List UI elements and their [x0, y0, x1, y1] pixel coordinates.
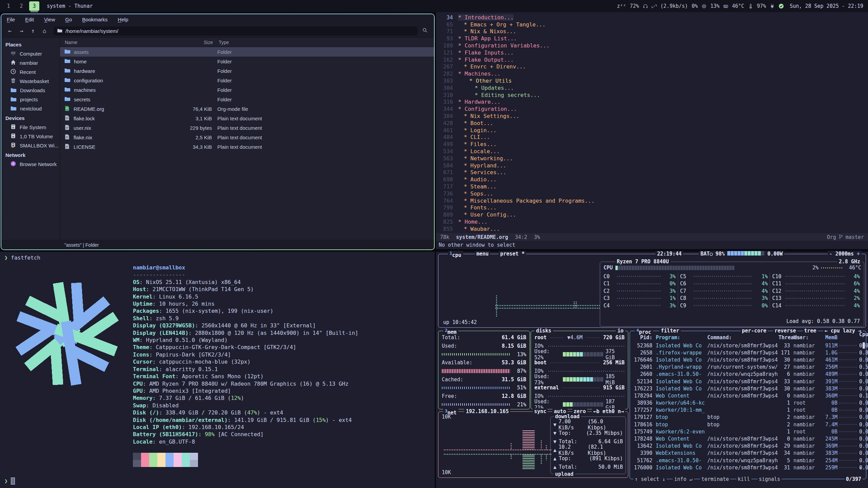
menu-file[interactable]: File: [7, 17, 15, 22]
proc-action-terminate[interactable]: terminate: [700, 476, 730, 482]
org-heading-line[interactable]: 698* Audio...: [436, 176, 868, 183]
process-row-pid-2660[interactable]: 2660.emacs-31.0.50-/nix/store/wnqz5pa8ra…: [632, 371, 863, 378]
file-row-license[interactable]: LICENSE34,3 KiBPlain text document: [60, 142, 434, 151]
search-button[interactable]: [419, 26, 431, 36]
org-heading-line[interactable]: 799* Fonts...: [436, 204, 868, 211]
process-row-pid-179127[interactable]: 179127btopbtop2nambiar7.3M0.0: [632, 414, 863, 421]
sidebar-item-wastebasket[interactable]: Wastebasket: [1, 77, 60, 86]
proc-table-header[interactable]: Pid:Program:Command:Threads:User:MemBCpu…: [632, 334, 863, 341]
proc-action-info[interactable]: info ↵: [673, 476, 694, 482]
proc-column-memb[interactable]: MemB: [821, 334, 837, 341]
file-row-readme-org[interactable]: README.org76,4 KiBOrg-mode file: [60, 104, 434, 114]
filter-tab[interactable]: filter: [659, 328, 681, 334]
org-heading-line[interactable]: 428* Boot...: [436, 120, 868, 127]
org-heading-line[interactable]: 764* Miscellaneous Packages and Programs…: [436, 197, 868, 204]
shell-prompt-current[interactable]: ❯: [4, 477, 15, 485]
file-row-assets[interactable]: assetsFolder: [60, 47, 434, 57]
file-row-home[interactable]: homeFolder: [60, 57, 434, 66]
proc-tab-reverse[interactable]: reverse: [773, 328, 797, 334]
org-heading-line[interactable]: 121* Flake Inputs...: [436, 49, 868, 56]
home-button[interactable]: ⌂: [39, 26, 50, 36]
cpu-tab-preset[interactable]: preset *: [499, 251, 526, 257]
org-heading-line[interactable]: 282* Machines...: [436, 70, 868, 77]
update-interval[interactable]: - 2000ms +: [828, 251, 862, 257]
io-label[interactable]: io: [616, 328, 625, 334]
process-row-pid-178248[interactable]: 178248Web Content/nix/store/sm8fmrf3wps4…: [632, 435, 863, 442]
org-heading-line[interactable]: 809* User Config...: [436, 211, 868, 218]
sidebar-item-nextcloud[interactable]: nextcloud: [1, 104, 60, 113]
process-row-pid-176000[interactable]: 176000Isolated Web Co/nix/store/sm8fmrf3…: [632, 464, 863, 471]
workspace-switcher[interactable]: 123: [0, 1, 39, 11]
process-row-pid-176646[interactable]: 176646Isolated Web Co/nix/store/sm8fmrf3…: [632, 356, 863, 363]
file-row-flake-nix[interactable]: flake.nix2,5 KiBPlain text document: [60, 133, 434, 142]
sidebar-item-nambiar[interactable]: nambiar: [1, 58, 60, 67]
process-row-pid-175749[interactable]: 175749kworker/6:2-even1root0B0.0: [632, 428, 863, 435]
proc-footer[interactable]: ↑ select ↓info ↵terminatekillsignals0/39…: [633, 476, 863, 482]
workspace-1[interactable]: 1: [3, 1, 14, 11]
cpu-box-tabs[interactable]: menupreset *: [475, 251, 526, 257]
sidebar-item-projects[interactable]: projects: [1, 95, 60, 104]
org-heading-line[interactable]: 162* Flake Output...: [436, 56, 868, 63]
org-heading-line[interactable]: 484* CLI...: [436, 134, 868, 141]
process-row-pid-2601[interactable]: 2601.Hyprland-wrapp/run/current-system/s…: [632, 364, 863, 371]
org-heading-line[interactable]: 303* Other Utils: [436, 77, 868, 84]
terminal-window[interactable]: ❯ fastfetch nambiar@smallbox------------…: [0, 252, 435, 488]
proc-column-program[interactable]: Program:: [652, 334, 705, 341]
file-row-configuration[interactable]: configurationFolder: [60, 76, 434, 85]
proc-column-user[interactable]: User:: [790, 334, 821, 341]
file-row-user-nix[interactable]: user.nix229 bytesPlain text document: [60, 123, 434, 133]
sidebar-item-browse-network[interactable]: Browse Network: [1, 160, 60, 169]
process-row-pid-178294[interactable]: 178294Web Content/nix/store/sm8fmrf3wps4…: [632, 392, 863, 399]
proc-tab-tree[interactable]: tree: [803, 328, 818, 334]
file-list-header[interactable]: Name Size Type: [60, 38, 434, 47]
process-row-pid-38936[interactable]: 38936kworker/u64:6-kc1root0B0.0: [632, 400, 863, 407]
org-heading-line[interactable]: 316* Hardware...: [436, 99, 868, 106]
proc-action-kill[interactable]: kill: [736, 476, 751, 482]
menu-go[interactable]: Go: [65, 17, 72, 22]
org-heading-line[interactable]: 93* TLDR App List...: [436, 35, 868, 42]
path-field[interactable]: /home/nambiar/system/: [54, 26, 418, 36]
file-row-flake-lock[interactable]: flake.lock3,1 KiBPlain text document: [60, 114, 434, 123]
column-size[interactable]: Size: [188, 39, 213, 45]
sidebar-item-computer[interactable]: Computer: [1, 49, 60, 58]
org-heading-line[interactable]: 499* Files...: [436, 141, 868, 148]
proc-tab-cpulazy[interactable]: ← cpu lazy →: [823, 328, 863, 334]
proc-action-select[interactable]: ↑ select ↓: [633, 476, 667, 482]
proc-tab-percore[interactable]: per-core: [741, 328, 768, 334]
proc-column-pid[interactable]: Pid:: [632, 334, 652, 341]
back-button[interactable]: ←: [5, 26, 15, 36]
org-heading-line[interactable]: 855* Waubar...: [436, 225, 868, 232]
process-row-pid-13642[interactable]: 13642Isolated Web Co/nix/store/sm8fmrf3w…: [632, 443, 863, 450]
menu-view[interactable]: View: [44, 17, 55, 22]
disks-box-title[interactable]: disks: [534, 328, 553, 334]
forward-button[interactable]: →: [16, 26, 26, 36]
sidebar-item-1-0-tb-volume[interactable]: 1,0 TB Volume: [1, 132, 60, 141]
process-row-pid-178616[interactable]: 178616btopbtop2nambiar7.4M0.0: [632, 421, 863, 428]
menu-edit[interactable]: Edit: [25, 17, 34, 22]
menu-help[interactable]: Help: [118, 17, 128, 22]
net-tab-beth0n[interactable]: ←b eth0 n→: [592, 408, 625, 414]
process-row-pid-2658[interactable]: 2658.firefox-wrappe/nix/store/sm8fmrf3wp…: [632, 349, 863, 356]
sidebar-item-recent[interactable]: Recent: [1, 67, 60, 77]
org-heading-line[interactable]: 384* Nix Settings...: [436, 113, 868, 120]
process-row-pid-177257[interactable]: 177257kworker/10:1-mm_1root0B0.0: [632, 407, 863, 414]
proc-column-threads[interactable]: Threads:: [778, 334, 790, 341]
org-heading-line[interactable]: 304* Updates...: [436, 84, 868, 92]
column-type[interactable]: Type: [213, 39, 434, 45]
org-heading-line[interactable]: 267* Envrc + Direnv...: [436, 63, 868, 70]
org-heading-line[interactable]: 563* Networking...: [436, 155, 868, 162]
org-heading-line[interactable]: 310* Editing secrets...: [436, 92, 868, 99]
file-row-machines[interactable]: machinesFolder: [60, 85, 434, 95]
cpu-tab-menu[interactable]: menu: [475, 251, 490, 257]
org-heading-line[interactable]: 825* Home...: [436, 218, 868, 225]
net-tab-sync[interactable]: sync: [533, 408, 548, 414]
up-button[interactable]: ↑: [28, 26, 38, 36]
file-row-secrets[interactable]: secretsFolder: [60, 95, 434, 104]
cpu-box-title[interactable]: 1cpu: [448, 251, 463, 258]
org-heading-line[interactable]: 534* Locale...: [436, 148, 868, 155]
menu-bookmarks[interactable]: Bookmarks: [82, 17, 107, 22]
org-heading-line[interactable]: 71* Nix & Nixos...: [436, 28, 868, 35]
process-row-pid-52368[interactable]: 52368Isolated Web Co/nix/store/sm8fmrf3w…: [632, 342, 863, 349]
org-heading-line[interactable]: 584* Hyprland...: [436, 162, 868, 169]
proc-column-command[interactable]: Command:: [705, 334, 778, 341]
